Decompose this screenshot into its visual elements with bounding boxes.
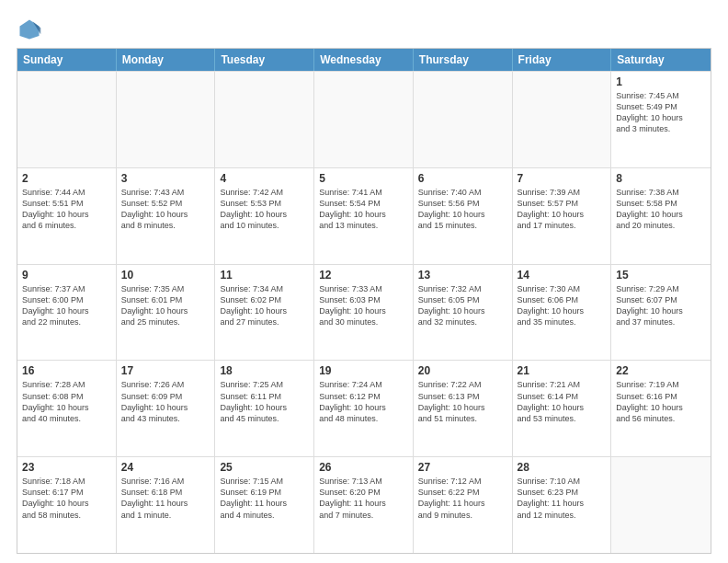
- weekday-header: Wednesday: [314, 49, 414, 71]
- day-info: Sunrise: 7:41 AM Sunset: 5:54 PM Dayligh…: [319, 187, 408, 232]
- day-info: Sunrise: 7:22 AM Sunset: 6:13 PM Dayligh…: [418, 379, 507, 424]
- day-info: Sunrise: 7:26 AM Sunset: 6:09 PM Dayligh…: [121, 379, 210, 424]
- day-number: 19: [319, 364, 408, 377]
- day-info: Sunrise: 7:43 AM Sunset: 5:52 PM Dayligh…: [121, 187, 210, 232]
- calendar-day-cell: 20Sunrise: 7:22 AM Sunset: 6:13 PM Dayli…: [414, 361, 513, 456]
- day-number: 25: [220, 461, 309, 474]
- calendar-day-cell: 19Sunrise: 7:24 AM Sunset: 6:12 PM Dayli…: [314, 361, 414, 456]
- day-info: Sunrise: 7:32 AM Sunset: 6:05 PM Dayligh…: [418, 283, 507, 328]
- day-number: 9: [22, 269, 111, 282]
- day-info: Sunrise: 7:25 AM Sunset: 6:11 PM Dayligh…: [220, 379, 309, 424]
- calendar-body: 1Sunrise: 7:45 AM Sunset: 5:49 PM Daylig…: [17, 71, 711, 553]
- calendar-row: 2Sunrise: 7:44 AM Sunset: 5:51 PM Daylig…: [17, 167, 711, 264]
- calendar-day-cell: 6Sunrise: 7:40 AM Sunset: 5:56 PM Daylig…: [414, 168, 513, 264]
- calendar-day-cell: 21Sunrise: 7:21 AM Sunset: 6:14 PM Dayli…: [513, 361, 612, 456]
- day-info: Sunrise: 7:30 AM Sunset: 6:06 PM Dayligh…: [518, 283, 607, 328]
- day-number: 3: [121, 172, 210, 185]
- day-number: 7: [518, 172, 607, 185]
- day-info: Sunrise: 7:29 AM Sunset: 6:07 PM Dayligh…: [616, 283, 706, 328]
- day-info: Sunrise: 7:12 AM Sunset: 6:22 PM Dayligh…: [418, 476, 507, 521]
- svg-marker-0: [20, 20, 40, 40]
- day-info: Sunrise: 7:16 AM Sunset: 6:18 PM Dayligh…: [121, 476, 210, 521]
- empty-day-cell: [117, 72, 216, 167]
- calendar-day-cell: 27Sunrise: 7:12 AM Sunset: 6:22 PM Dayli…: [414, 457, 513, 553]
- day-number: 8: [616, 172, 706, 185]
- day-number: 15: [616, 269, 706, 282]
- calendar-row: 23Sunrise: 7:18 AM Sunset: 6:17 PM Dayli…: [17, 456, 711, 553]
- day-info: Sunrise: 7:38 AM Sunset: 5:58 PM Dayligh…: [616, 187, 706, 232]
- calendar-day-cell: 16Sunrise: 7:28 AM Sunset: 6:08 PM Dayli…: [17, 361, 117, 456]
- calendar-day-cell: 13Sunrise: 7:32 AM Sunset: 6:05 PM Dayli…: [414, 265, 513, 361]
- calendar-day-cell: 14Sunrise: 7:30 AM Sunset: 6:06 PM Dayli…: [513, 265, 612, 361]
- calendar-day-cell: 22Sunrise: 7:19 AM Sunset: 6:16 PM Dayli…: [611, 361, 711, 456]
- weekday-header: Sunday: [17, 49, 117, 71]
- day-info: Sunrise: 7:42 AM Sunset: 5:53 PM Dayligh…: [220, 187, 309, 232]
- day-info: Sunrise: 7:13 AM Sunset: 6:20 PM Dayligh…: [319, 476, 408, 521]
- day-number: 6: [418, 172, 507, 185]
- day-number: 24: [121, 461, 210, 474]
- day-number: 21: [518, 364, 607, 377]
- day-number: 22: [616, 364, 706, 377]
- page: SundayMondayTuesdayWednesdayThursdayFrid…: [0, 0, 728, 563]
- header: [17, 17, 711, 42]
- empty-day-cell: [215, 72, 314, 167]
- day-info: Sunrise: 7:37 AM Sunset: 6:00 PM Dayligh…: [22, 283, 111, 328]
- day-number: 2: [22, 172, 111, 185]
- calendar-day-cell: 12Sunrise: 7:33 AM Sunset: 6:03 PM Dayli…: [314, 265, 414, 361]
- day-number: 17: [121, 364, 210, 377]
- empty-day-cell: [17, 72, 117, 167]
- calendar-row: 1Sunrise: 7:45 AM Sunset: 5:49 PM Daylig…: [17, 71, 711, 167]
- calendar-day-cell: 2Sunrise: 7:44 AM Sunset: 5:51 PM Daylig…: [17, 168, 117, 264]
- day-number: 28: [518, 461, 607, 474]
- weekday-header: Tuesday: [215, 49, 314, 71]
- day-number: 4: [220, 172, 309, 185]
- day-number: 20: [418, 364, 507, 377]
- calendar-day-cell: 4Sunrise: 7:42 AM Sunset: 5:53 PM Daylig…: [215, 168, 314, 264]
- calendar-row: 16Sunrise: 7:28 AM Sunset: 6:08 PM Dayli…: [17, 360, 711, 456]
- calendar-row: 9Sunrise: 7:37 AM Sunset: 6:00 PM Daylig…: [17, 264, 711, 361]
- day-number: 11: [220, 269, 309, 282]
- weekday-header: Thursday: [414, 49, 513, 71]
- calendar-day-cell: 17Sunrise: 7:26 AM Sunset: 6:09 PM Dayli…: [117, 361, 216, 456]
- day-number: 26: [319, 461, 408, 474]
- day-number: 23: [22, 461, 111, 474]
- day-info: Sunrise: 7:40 AM Sunset: 5:56 PM Dayligh…: [418, 187, 507, 232]
- calendar-day-cell: 25Sunrise: 7:15 AM Sunset: 6:19 PM Dayli…: [215, 457, 314, 553]
- calendar-day-cell: 9Sunrise: 7:37 AM Sunset: 6:00 PM Daylig…: [17, 265, 117, 361]
- day-info: Sunrise: 7:18 AM Sunset: 6:17 PM Dayligh…: [22, 476, 111, 521]
- day-info: Sunrise: 7:33 AM Sunset: 6:03 PM Dayligh…: [319, 283, 408, 328]
- calendar-day-cell: 11Sunrise: 7:34 AM Sunset: 6:02 PM Dayli…: [215, 265, 314, 361]
- day-number: 18: [220, 364, 309, 377]
- calendar-day-cell: 1Sunrise: 7:45 AM Sunset: 5:49 PM Daylig…: [611, 72, 711, 167]
- day-info: Sunrise: 7:44 AM Sunset: 5:51 PM Dayligh…: [22, 187, 111, 232]
- day-number: 13: [418, 269, 507, 282]
- day-number: 27: [418, 461, 507, 474]
- day-number: 12: [319, 269, 408, 282]
- empty-day-cell: [314, 72, 414, 167]
- day-number: 10: [121, 269, 210, 282]
- day-number: 5: [319, 172, 408, 185]
- logo-icon: [17, 17, 42, 42]
- day-info: Sunrise: 7:21 AM Sunset: 6:14 PM Dayligh…: [518, 379, 607, 424]
- calendar-day-cell: 26Sunrise: 7:13 AM Sunset: 6:20 PM Dayli…: [314, 457, 414, 553]
- day-info: Sunrise: 7:28 AM Sunset: 6:08 PM Dayligh…: [22, 379, 111, 424]
- empty-day-cell: [513, 72, 612, 167]
- day-info: Sunrise: 7:24 AM Sunset: 6:12 PM Dayligh…: [319, 379, 408, 424]
- calendar-day-cell: 7Sunrise: 7:39 AM Sunset: 5:57 PM Daylig…: [513, 168, 612, 264]
- day-info: Sunrise: 7:35 AM Sunset: 6:01 PM Dayligh…: [121, 283, 210, 328]
- day-info: Sunrise: 7:45 AM Sunset: 5:49 PM Dayligh…: [616, 90, 706, 135]
- day-info: Sunrise: 7:39 AM Sunset: 5:57 PM Dayligh…: [518, 187, 607, 232]
- day-info: Sunrise: 7:34 AM Sunset: 6:02 PM Dayligh…: [220, 283, 309, 328]
- logo: [17, 17, 46, 42]
- day-number: 16: [22, 364, 111, 377]
- calendar-day-cell: 3Sunrise: 7:43 AM Sunset: 5:52 PM Daylig…: [117, 168, 216, 264]
- empty-day-cell: [611, 457, 711, 553]
- empty-day-cell: [414, 72, 513, 167]
- day-number: 14: [518, 269, 607, 282]
- calendar: SundayMondayTuesdayWednesdayThursdayFrid…: [17, 48, 711, 554]
- weekday-header: Friday: [513, 49, 612, 71]
- calendar-day-cell: 5Sunrise: 7:41 AM Sunset: 5:54 PM Daylig…: [314, 168, 414, 264]
- weekday-header: Saturday: [611, 49, 711, 71]
- day-info: Sunrise: 7:15 AM Sunset: 6:19 PM Dayligh…: [220, 476, 309, 521]
- weekday-header: Monday: [117, 49, 216, 71]
